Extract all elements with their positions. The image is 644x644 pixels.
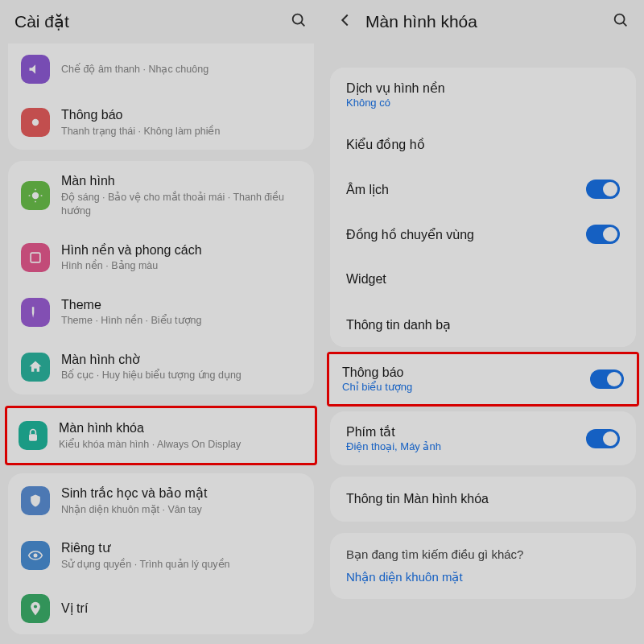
lock-item-label: Kiểu đồng hồ (346, 137, 620, 152)
lock-icon (19, 421, 47, 450)
display-icon (21, 181, 50, 210)
settings-item-label: Màn hình khóa (59, 419, 303, 437)
lock-item-sub: Không có (346, 97, 620, 109)
lock-item-label: Thông tin Màn hình khóa (346, 492, 620, 506)
settings-item-theme[interactable]: Theme Theme · Hình nền · Biểu tượng (8, 285, 314, 340)
settings-item-sub: Bố cục · Huy hiệu biểu tượng ứng dụng (61, 369, 301, 383)
roaming-clock-toggle[interactable] (586, 225, 620, 244)
highlighted-item-notifications: Thông báo Chỉ biểu tượng (327, 352, 639, 407)
settings-item-label: Sinh trắc học và bảo mật (61, 485, 301, 502)
settings-item-location[interactable]: Vị trí (8, 583, 314, 634)
lunar-toggle[interactable] (586, 180, 620, 199)
lock-item-lunar[interactable]: Âm lịch (330, 167, 636, 212)
settings-item-biometrics[interactable]: Sinh trắc học và bảo mật Nhận diện khuôn… (8, 473, 314, 528)
lock-item-label: Âm lịch (346, 182, 586, 197)
settings-item-sub: Độ sáng · Bảo vệ cho mắt thoải mái · Tha… (61, 191, 301, 219)
settings-item-sub: Thanh trạng thái · Không làm phiền (61, 125, 301, 139)
lockscreen-pane: Màn hình khóa Dịch vụ hình nền Không có … (322, 0, 644, 644)
lock-item-clock-style[interactable]: Kiểu đồng hồ (330, 122, 636, 167)
lock-item-notifications[interactable]: Thông báo Chỉ biểu tượng (329, 354, 637, 404)
lock-item-label: Phím tắt (346, 424, 586, 440)
bell-icon (21, 108, 50, 137)
shortcuts-toggle[interactable] (586, 429, 620, 448)
svg-rect-8 (31, 253, 40, 262)
settings-item-sub: Nhận diện khuôn mặt · Vân tay (61, 503, 301, 518)
page-title: Cài đặt (14, 12, 69, 31)
lock-item-wallpaper-service[interactable]: Dịch vụ hình nền Không có (330, 68, 636, 122)
svg-rect-9 (29, 434, 37, 440)
lock-item-label: Thông tin danh bạ (346, 317, 620, 332)
home-icon (21, 353, 50, 382)
privacy-icon (21, 541, 50, 570)
settings-item-sound[interactable]: Chế độ âm thanh · Nhạc chuông (8, 43, 314, 95)
settings-item-label: Riêng tư (61, 539, 301, 557)
lock-item-shortcuts[interactable]: Phím tắt Điện thoại, Máy ảnh (330, 411, 636, 465)
settings-item-wallpaper[interactable]: Hình nền và phong cách Hình nền · Bảng m… (8, 230, 314, 285)
settings-item-home[interactable]: Màn hình chờ Bố cục · Huy hiệu biểu tượn… (8, 340, 314, 394)
settings-item-label: Màn hình (61, 172, 301, 190)
settings-item-sub: Kiểu khóa màn hình · Always On Display (59, 438, 303, 452)
lock-item-sub: Chỉ biểu tượng (342, 381, 590, 393)
svg-point-12 (615, 14, 625, 24)
settings-item-sub: Chế độ âm thanh · Nhạc chuông (61, 63, 301, 77)
settings-header: Cài đặt (0, 0, 322, 43)
lock-item-sub: Điện thoại, Máy ảnh (346, 440, 586, 452)
svg-point-10 (34, 554, 38, 558)
sound-icon (21, 55, 50, 84)
search-icon[interactable] (290, 11, 308, 32)
svg-point-3 (32, 192, 39, 199)
settings-item-lockscreen[interactable]: Màn hình khóa Kiểu khóa màn hình · Alway… (7, 408, 315, 463)
settings-item-privacy[interactable]: Riêng tư Sử dụng quyền · Trình quản lý q… (8, 528, 314, 583)
svg-point-0 (293, 14, 303, 24)
footer-suggestion: Bạn đang tìm kiếm điều gì khác? Nhận diệ… (330, 533, 636, 599)
svg-point-2 (32, 119, 39, 126)
settings-item-label: Thông báo (61, 106, 301, 124)
lock-item-label: Widget (346, 272, 620, 287)
settings-item-display[interactable]: Màn hình Độ sáng · Bảo vệ cho mắt thoải … (8, 161, 314, 230)
footer-link-face-recognition[interactable]: Nhận diện khuôn mặt (346, 570, 620, 584)
shield-icon (21, 486, 50, 515)
settings-pane: Cài đặt Chế độ âm thanh · Nhạc chuông (0, 0, 322, 644)
search-icon[interactable] (612, 11, 630, 32)
lock-item-contact-info[interactable]: Thông tin danh bạ (330, 302, 636, 347)
settings-item-sub: Sử dụng quyền · Trình quản lý quyền (61, 558, 301, 572)
settings-item-label: Hình nền và phong cách (61, 242, 301, 259)
lock-item-label: Dịch vụ hình nền (346, 80, 620, 96)
highlighted-item-lockscreen: Màn hình khóa Kiểu khóa màn hình · Alway… (5, 406, 317, 465)
back-button[interactable] (336, 11, 354, 32)
palette-icon (21, 298, 50, 327)
svg-point-11 (34, 605, 37, 609)
settings-item-label: Theme (61, 296, 301, 314)
footer-question: Bạn đang tìm kiếm điều gì khác? (346, 547, 620, 562)
location-icon (21, 594, 50, 623)
settings-item-sub: Theme · Hình nền · Biểu tượng (61, 314, 301, 328)
lock-item-roaming-clock[interactable]: Đồng hồ chuyển vùng (330, 212, 636, 257)
lockscreen-header: Màn hình khóa (322, 0, 644, 43)
settings-item-label: Vị trí (61, 600, 301, 617)
page-title: Màn hình khóa (365, 12, 477, 31)
svg-line-1 (301, 23, 304, 26)
notifications-toggle[interactable] (590, 369, 624, 389)
lock-item-label: Đồng hồ chuyển vùng (346, 227, 586, 242)
settings-item-label: Màn hình chờ (61, 351, 301, 369)
lock-item-label: Thông báo (342, 365, 590, 380)
svg-line-13 (623, 23, 626, 26)
settings-item-sub: Hình nền · Bảng màu (61, 259, 301, 274)
image-icon (21, 243, 50, 272)
settings-item-notifications[interactable]: Thông báo Thanh trạng thái · Không làm p… (8, 95, 314, 150)
lock-item-widget[interactable]: Widget (330, 257, 636, 302)
lock-item-about[interactable]: Thông tin Màn hình khóa (330, 477, 636, 522)
